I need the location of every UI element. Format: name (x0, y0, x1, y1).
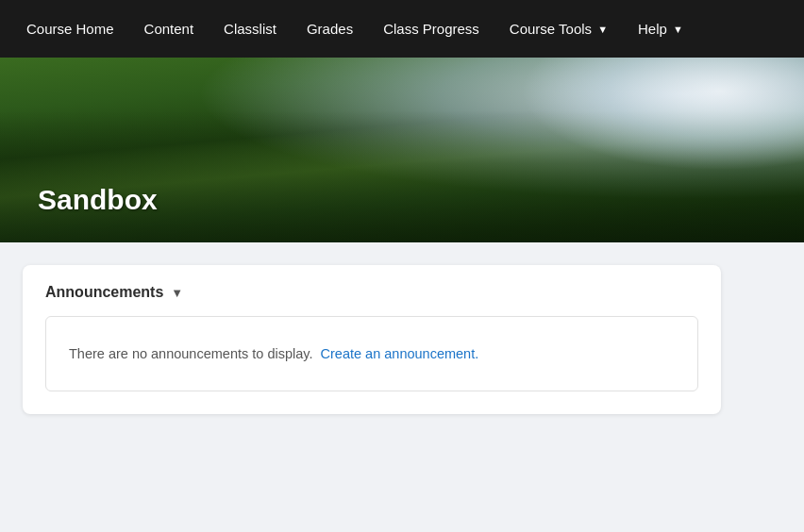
nav-item-help[interactable]: Help ▼ (623, 0, 698, 58)
top-navigation: Course Home Content Classlist Grades Cla… (0, 0, 804, 58)
announcements-box: There are no announcements to display. C… (45, 316, 698, 391)
main-content: Announcements ▼ There are no announcemen… (0, 242, 804, 532)
course-tools-label: Course Tools (510, 21, 592, 37)
announcements-header: Announcements ▼ (45, 284, 698, 301)
create-announcement-link[interactable]: Create an announcement. (321, 346, 479, 361)
announcements-toggle-icon[interactable]: ▼ (171, 286, 183, 300)
nav-item-class-progress[interactable]: Class Progress (368, 0, 494, 58)
nav-item-course-tools[interactable]: Course Tools ▼ (494, 0, 623, 58)
announcements-card: Announcements ▼ There are no announcemen… (23, 265, 721, 414)
announcements-title: Announcements (45, 284, 163, 301)
nav-item-course-home[interactable]: Course Home (11, 0, 129, 58)
nav-item-grades[interactable]: Grades (292, 0, 368, 58)
hero-banner: Sandbox (0, 58, 804, 242)
help-label: Help (638, 21, 667, 37)
help-chevron-icon: ▼ (673, 24, 683, 35)
course-tools-chevron-icon: ▼ (597, 24, 608, 35)
no-announcements-message: There are no announcements to display. (69, 346, 312, 361)
nav-item-content[interactable]: Content (129, 0, 209, 58)
nav-item-classlist[interactable]: Classlist (209, 0, 292, 58)
course-title: Sandbox (38, 184, 158, 216)
no-announcements-text: There are no announcements to display. C… (69, 346, 478, 361)
